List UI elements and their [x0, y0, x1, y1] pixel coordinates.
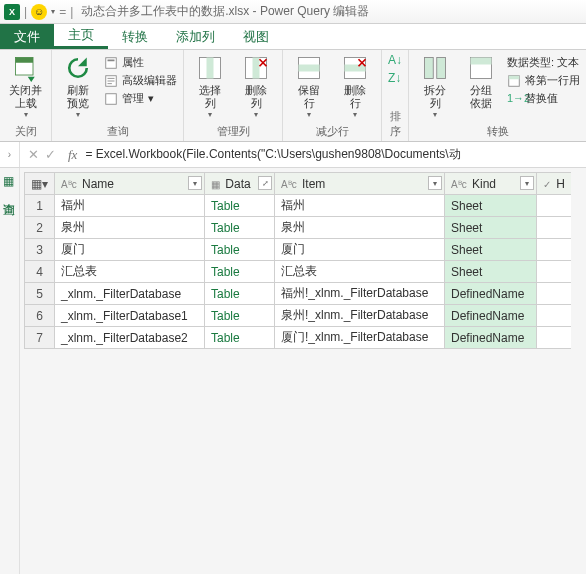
queries-icon-2[interactable]: 查询	[3, 194, 17, 208]
cell-name[interactable]: 福州	[55, 195, 205, 217]
sort-asc-button[interactable]: A↓	[386, 52, 404, 68]
cell-kind[interactable]: DefinedName	[445, 305, 537, 327]
cell-name[interactable]: _xlnm._FilterDatabase1	[55, 305, 205, 327]
column-header-item[interactable]: Aᴮc Item▾	[275, 173, 445, 195]
keep-rows-button[interactable]: 保留 行▾	[287, 52, 331, 122]
column-header-hidden[interactable]: ✓ H	[537, 173, 572, 195]
cell-item[interactable]: 泉州	[275, 217, 445, 239]
svg-rect-1	[15, 58, 33, 63]
sort-desc-button[interactable]: Z↓	[386, 70, 404, 86]
cell-name[interactable]: 汇总表	[55, 261, 205, 283]
editor-icon	[104, 74, 118, 88]
cell-kind[interactable]: DefinedName	[445, 327, 537, 349]
choose-columns-button[interactable]: 选择 列▾	[188, 52, 232, 122]
ribbon: 关闭并 上载▾ 关闭 刷新 预览▾ 属性 高级编辑器 管理 ▾ 查询 选择 列▾	[0, 50, 586, 142]
cell-item[interactable]: 福州	[275, 195, 445, 217]
queries-pane-toggle[interactable]: ›	[0, 142, 20, 167]
svg-rect-3	[108, 59, 115, 61]
remove-columns-button[interactable]: 删除 列▾	[234, 52, 278, 122]
svg-rect-7	[207, 58, 214, 79]
cell-name[interactable]: _xlnm._FilterDatabase	[55, 283, 205, 305]
cell-data[interactable]: Table	[205, 217, 275, 239]
cell-name[interactable]: 泉州	[55, 217, 205, 239]
column-header-data[interactable]: ▦ Data⤢	[205, 173, 275, 195]
filter-dropdown-icon[interactable]: ▾	[428, 176, 442, 190]
column-header-kind[interactable]: Aᴮc Kind▾	[445, 173, 537, 195]
queries-icon[interactable]: ▦	[3, 174, 17, 188]
tab-file[interactable]: 文件	[0, 24, 54, 49]
table-row[interactable]: 4汇总表Table汇总表Sheet	[25, 261, 572, 283]
table-row[interactable]: 2泉州Table泉州Sheet	[25, 217, 572, 239]
svg-rect-14	[425, 58, 434, 79]
cell-hidden[interactable]	[537, 305, 572, 327]
use-first-row-button[interactable]: 将第一行用	[505, 72, 582, 89]
column-header-name[interactable]: Aᴮc Name▾	[55, 173, 205, 195]
table-row[interactable]: 6_xlnm._FilterDatabase1Table泉州!_xlnm._Fi…	[25, 305, 572, 327]
properties-button[interactable]: 属性	[102, 54, 179, 71]
cell-item[interactable]: 汇总表	[275, 261, 445, 283]
cell-data[interactable]: Table	[205, 327, 275, 349]
tab-view[interactable]: 视图	[229, 24, 283, 49]
cell-item[interactable]: 厦门!_xlnm._FilterDatabase	[275, 327, 445, 349]
formula-input[interactable]: = Excel.Workbook(File.Contents("C:\Users…	[81, 146, 586, 163]
table-corner[interactable]: ▦▾	[25, 173, 55, 195]
smiley-icon[interactable]: ☺	[31, 4, 47, 20]
table-row[interactable]: 3厦门Table厦门Sheet	[25, 239, 572, 261]
data-grid: ▦▾ Aᴮc Name▾ ▦ Data⤢ Aᴮc Item▾ Aᴮc Kind▾…	[20, 168, 586, 574]
svg-rect-13	[345, 65, 366, 72]
split-column-button[interactable]: 拆分 列▾	[413, 52, 457, 122]
cell-item[interactable]: 福州!_xlnm._FilterDatabase	[275, 283, 445, 305]
cell-data[interactable]: Table	[205, 261, 275, 283]
filter-dropdown-icon[interactable]: ▾	[188, 176, 202, 190]
cell-data[interactable]: Table	[205, 305, 275, 327]
cell-data[interactable]: Table	[205, 195, 275, 217]
manage-button[interactable]: 管理 ▾	[102, 90, 179, 107]
cell-data[interactable]: Table	[205, 239, 275, 261]
split-icon	[421, 54, 449, 82]
fx-icon[interactable]: fx	[68, 147, 77, 163]
cell-data[interactable]: Table	[205, 283, 275, 305]
close-and-load-button[interactable]: 关闭并 上载▾	[4, 52, 47, 122]
cancel-formula-button[interactable]: ✕	[28, 147, 39, 162]
table-row[interactable]: 1福州Table福州Sheet	[25, 195, 572, 217]
cell-hidden[interactable]	[537, 283, 572, 305]
type-text-icon: Aᴮc	[281, 179, 297, 190]
row-number: 3	[25, 239, 55, 261]
table-row[interactable]: 7_xlnm._FilterDatabase2Table厦门!_xlnm._Fi…	[25, 327, 572, 349]
data-type-button[interactable]: 数据类型: 文本	[505, 54, 582, 71]
table-row[interactable]: 5_xlnm._FilterDatabaseTable福州!_xlnm._Fil…	[25, 283, 572, 305]
remove-columns-icon	[242, 54, 270, 82]
advanced-editor-button[interactable]: 高级编辑器	[102, 72, 179, 89]
remove-rows-button[interactable]: 删除 行▾	[333, 52, 377, 122]
properties-icon	[104, 56, 118, 70]
groupby-icon	[467, 54, 495, 82]
cell-kind[interactable]: Sheet	[445, 261, 537, 283]
refresh-preview-button[interactable]: 刷新 预览▾	[56, 52, 100, 122]
separator: |	[70, 5, 73, 19]
replace-values-button[interactable]: 1→2替换值	[505, 90, 582, 107]
cell-kind[interactable]: Sheet	[445, 217, 537, 239]
cell-name[interactable]: 厦门	[55, 239, 205, 261]
formula-bar: › ✕ ✓ fx = Excel.Workbook(File.Contents(…	[0, 142, 586, 168]
cell-hidden[interactable]	[537, 327, 572, 349]
cell-hidden[interactable]	[537, 195, 572, 217]
cell-name[interactable]: _xlnm._FilterDatabase2	[55, 327, 205, 349]
cell-hidden[interactable]	[537, 261, 572, 283]
row-number: 2	[25, 217, 55, 239]
group-by-button[interactable]: 分组 依据	[459, 52, 503, 122]
accept-formula-button[interactable]: ✓	[45, 147, 56, 162]
cell-item[interactable]: 泉州!_xlnm._FilterDatabase	[275, 305, 445, 327]
cell-item[interactable]: 厦门	[275, 239, 445, 261]
tab-home[interactable]: 主页	[54, 24, 108, 49]
expand-icon[interactable]: ⤢	[258, 176, 272, 190]
cell-kind[interactable]: Sheet	[445, 239, 537, 261]
cell-hidden[interactable]	[537, 239, 572, 261]
cell-kind[interactable]: DefinedName	[445, 283, 537, 305]
filter-dropdown-icon[interactable]: ▾	[520, 176, 534, 190]
tab-add-column[interactable]: 添加列	[162, 24, 229, 49]
tab-transform[interactable]: 转换	[108, 24, 162, 49]
group-label-query: 查询	[56, 122, 179, 141]
cell-kind[interactable]: Sheet	[445, 195, 537, 217]
cell-hidden[interactable]	[537, 217, 572, 239]
dropdown-icon[interactable]: ▾	[51, 7, 55, 16]
